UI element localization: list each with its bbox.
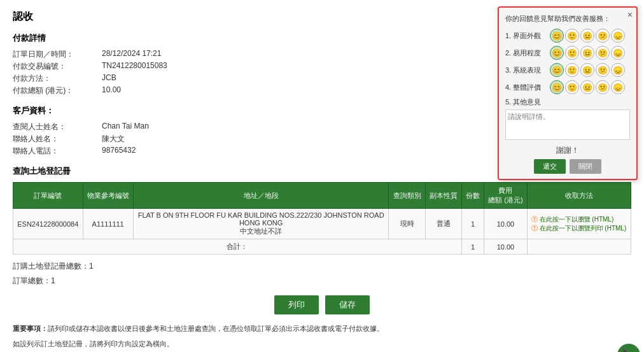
feedback-actions: 遞交 關閉 — [505, 159, 630, 174]
emoji-2-3[interactable]: 😐 — [580, 46, 594, 60]
phone-glyph: 📞 — [622, 348, 636, 352]
cell-amount: 10.00 — [484, 209, 528, 239]
emoji-4-4[interactable]: 😕 — [596, 80, 610, 94]
enquirer-label: 查閱人士姓名： — [13, 122, 102, 132]
feedback-popup: × 你的回饋意見幫助我們改善服務： 1. 界面外觀 😊 🙂 😐 😕 😞 2. 易… — [498, 6, 638, 180]
note-1: 重要事項：請列印或儲存本認收書以便日後參考和土地注册處查詢，在憑位領取訂單必須出… — [13, 323, 631, 335]
table-total-row: 合計： 1 10.00 — [13, 239, 631, 255]
action-buttons: 列印 儲存 — [13, 295, 631, 314]
emoji-4-3[interactable]: 😐 — [580, 80, 594, 94]
feedback-row-4: 4. 整體評價 😊 🙂 😐 😕 😞 — [505, 80, 630, 94]
cell-ref-no: A1111111 — [83, 209, 133, 239]
contact-label: 聯絡人姓名： — [13, 134, 102, 144]
col-ref-no: 物業參考編號 — [83, 183, 133, 209]
emoji-2-2[interactable]: 🙂 — [565, 46, 579, 60]
feedback-cancel-button[interactable]: 關閉 — [570, 159, 601, 174]
emoji-group-1: 😊 🙂 😐 😕 😞 — [550, 29, 625, 43]
method-label: 付款方法： — [13, 73, 102, 84]
feedback-title: 你的回饋意見幫助我們改善服務： — [505, 14, 630, 24]
print-button[interactable]: 列印 — [274, 295, 319, 314]
col-collect: 收取方法 — [527, 183, 631, 209]
save-button[interactable]: 儲存 — [325, 295, 370, 314]
phone-label: 聯絡人電話： — [13, 146, 102, 157]
download-link-1[interactable]: 在此按一下以瀏覽 (HTML) — [531, 215, 627, 224]
col-amount: 費用總額 (港元) — [484, 183, 528, 209]
feedback-row-3: 3. 系統表現 😊 🙂 😐 😕 😞 — [505, 63, 630, 77]
col-copy-type: 副本性質 — [425, 183, 461, 209]
col-order-no: 訂單編號 — [13, 183, 83, 209]
emoji-3-1[interactable]: 😊 — [550, 63, 564, 77]
cell-copy-type: 普通 — [425, 209, 461, 239]
feedback-row-1: 1. 界面外觀 😊 🙂 😐 😕 😞 — [505, 29, 630, 43]
emoji-2-1[interactable]: 😊 — [550, 46, 564, 60]
feedback-textarea[interactable] — [505, 109, 630, 140]
emoji-1-2[interactable]: 🙂 — [565, 29, 579, 43]
emoji-group-3: 😊 🙂 😐 😕 😞 — [550, 63, 625, 77]
total-empty — [527, 239, 631, 255]
date-label: 訂單日期／時間： — [13, 49, 102, 60]
emoji-1-1[interactable]: 😊 — [550, 29, 564, 43]
emoji-3-3[interactable]: 😐 — [580, 63, 594, 77]
tx-label: 付款交易編號： — [13, 61, 102, 72]
feedback-submit-button[interactable]: 遞交 — [534, 159, 566, 174]
col-address: 地址／地段 — [133, 183, 389, 209]
emoji-group-2: 😊 🙂 😐 😕 😞 — [550, 46, 625, 60]
amount-label: 付款總額 (港元)： — [13, 85, 102, 96]
feedback-other-label: 5. 其他意見 — [505, 97, 630, 107]
download-link-2[interactable]: 在此按一下以瀏覽列印 (HTML) — [531, 224, 627, 233]
emoji-1-3[interactable]: 😐 — [580, 29, 594, 43]
col-qty: 份數 — [461, 183, 484, 209]
emoji-3-2[interactable]: 🙂 — [565, 63, 579, 77]
order-total-summary: 訂購土地登記冊總數：1 — [13, 261, 631, 272]
total-amount: 10.00 — [484, 239, 528, 255]
emoji-1-5[interactable]: 😞 — [611, 29, 625, 43]
emoji-3-5[interactable]: 😞 — [611, 63, 625, 77]
order-count-summary: 訂單總數：1 — [13, 276, 631, 286]
emoji-2-4[interactable]: 😕 — [596, 46, 610, 60]
emoji-2-5[interactable]: 😞 — [611, 46, 625, 60]
cell-address: FLAT B ON 9TH FLOOR FU KAR BUILDING NOS.… — [133, 209, 389, 239]
emoji-3-4[interactable]: 😕 — [596, 63, 610, 77]
table-row: ESN241228000084 A1111111 FLAT B ON 9TH F… — [13, 209, 631, 239]
cell-order-no: ESN241228000084 — [13, 209, 83, 239]
total-label: 合計： — [13, 239, 462, 255]
feedback-row-2: 2. 易用程度 😊 🙂 😐 😕 😞 — [505, 46, 630, 60]
emoji-group-4: 😊 🙂 😐 😕 😞 — [550, 80, 625, 94]
feedback-label-3: 3. 系統表現 — [505, 66, 550, 75]
emoji-4-5[interactable]: 😞 — [611, 80, 625, 94]
land-registry-table: 訂單編號 物業參考編號 地址／地段 查詢類別 副本性質 份數 費用總額 (港元)… — [13, 182, 631, 255]
notes-section: 重要事項：請列印或儲存本認收書以便日後參考和土地注册處查詢，在憑位領取訂單必須出… — [13, 323, 631, 352]
feedback-label-1: 1. 界面外觀 — [505, 31, 550, 41]
feedback-label-2: 2. 易用程度 — [505, 48, 550, 58]
cell-collect: 在此按一下以瀏覽 (HTML) 在此按一下以瀏覽列印 (HTML) — [527, 209, 631, 239]
col-type: 查詢類別 — [389, 183, 425, 209]
total-qty: 1 — [461, 239, 484, 255]
feedback-close-button[interactable]: × — [627, 10, 633, 19]
cell-qty: 1 — [461, 209, 484, 239]
emoji-1-4[interactable]: 😕 — [596, 29, 610, 43]
note-2: 如設列示訂土地登記冊，請將列印方向設定為橫向。 — [13, 339, 631, 350]
emoji-4-1[interactable]: 😊 — [550, 80, 564, 94]
feedback-thanks: 謝謝！ — [505, 145, 630, 156]
emoji-4-2[interactable]: 🙂 — [565, 80, 579, 94]
cell-type: 現時 — [389, 209, 425, 239]
feedback-label-4: 4. 整體評價 — [505, 83, 550, 92]
table-header-row: 訂單編號 物業參考編號 地址／地段 查詢類別 副本性質 份數 費用總額 (港元)… — [13, 183, 631, 209]
